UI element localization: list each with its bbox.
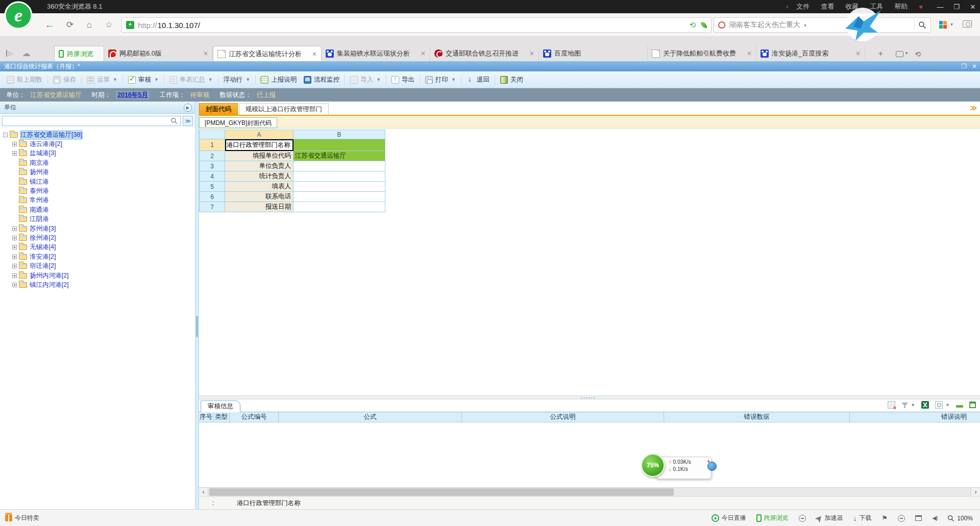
return-button[interactable]: 退回 [463,73,493,86]
tree-item[interactable]: +连云港港[2] [0,139,195,148]
tree-item[interactable]: 江阴港 [0,215,195,224]
sidebar-search-input[interactable] [2,116,181,126]
horizontal-scrollbar[interactable]: ‹ › [199,487,980,496]
tree-expander-icon[interactable]: + [12,227,17,231]
floating-row-button[interactable]: 浮动行▼ [220,73,254,86]
search-icon[interactable] [918,21,926,29]
tree-expander-icon[interactable]: + [12,142,17,146]
panel-splitter[interactable] [195,102,199,509]
sheet-tab[interactable]: [PMDM_GKYB]封面代码 [199,117,277,128]
page-zoom-button[interactable]: 100% [947,515,973,522]
report-site-button[interactable]: ⚑ [882,514,888,522]
download-button[interactable]: ↓下载 [853,514,872,522]
process-monitor-button[interactable]: 流程监控 [300,73,343,86]
mute-button[interactable]: ◀) [932,515,937,521]
hot-search-text[interactable]: 湖南客车起火伤亡重大 [729,20,800,30]
preview-icon[interactable] [935,401,943,409]
tree-item[interactable]: +盐城港[3] [0,149,195,158]
col-type[interactable]: 类型 [213,412,230,422]
tab-close-icon[interactable]: ✕ [418,50,426,57]
tree-expander-icon[interactable]: + [12,283,17,287]
tab-baidu-map[interactable]: 百度地图 [539,46,648,61]
splitter-handle[interactable] [196,316,198,337]
star-icon[interactable]: ☆ [102,18,115,32]
report-restore-icon[interactable]: ❐ [961,61,967,71]
menu-file[interactable]: 文件 [796,2,810,11]
scroll-left-icon[interactable]: ‹ [199,488,208,496]
reopen-closed-tab-icon[interactable]: ⟲ [915,50,921,58]
filter-icon[interactable] [901,403,908,408]
scroll-right-icon[interactable]: › [971,488,980,496]
row-header[interactable]: 1 [200,139,225,151]
tree-item[interactable]: +宿迁港[2] [0,261,195,270]
row-header[interactable]: 3 [200,161,225,171]
cell-label[interactable]: 填表人 [225,182,293,192]
cell-b7[interactable] [293,202,385,212]
favorite-heart-icon[interactable]: ♥ [919,3,923,11]
cell-b6[interactable] [293,192,385,202]
horizontal-splitter[interactable]: •••••• [199,395,980,399]
col-error-data[interactable]: 错误数据 [664,412,850,422]
cell-b3[interactable] [293,161,385,171]
report-close-icon[interactable]: ✕ [972,61,977,71]
tree-item[interactable]: +镇江内河港[2] [0,280,195,289]
game-mode-button[interactable] [799,515,806,522]
menu-expand-icon[interactable]: › [786,3,788,10]
calculate-button[interactable]: 运算▼ [83,73,121,86]
cross-screen-button[interactable]: 跨屏浏览 [756,514,789,522]
site-safety-shield-icon[interactable] [126,21,134,29]
apps-grid-icon[interactable] [939,21,947,29]
maximize-button[interactable]: ❐ [952,3,961,11]
tab-list-icon[interactable] [896,51,903,57]
panel-minimize-icon[interactable] [956,405,963,408]
tree-expander-icon[interactable]: + [12,255,17,259]
form-tab-port-admin[interactable]: 规模以上港口行政管理部门 [239,103,329,115]
tree-item[interactable]: -江苏省交通运输厅[38] [0,130,195,139]
preview-caret-icon[interactable]: ▼ [945,403,950,408]
tree-expander-icon[interactable]: - [3,133,8,137]
tab-cross-screen[interactable]: 跨屏浏览 [54,46,104,61]
sidebar-collapse-icon[interactable]: ▶ [184,104,192,112]
tab-container-rail-water[interactable]: 集装箱铁水联运现状分析 ✕ [322,46,430,61]
refresh-cycle-icon[interactable]: ⟲ [689,20,696,30]
speed-bird-icon[interactable] [840,6,885,44]
tree-item[interactable]: 南京港 [0,158,195,167]
tree-item[interactable]: 镇江港 [0,177,195,186]
close-report-button[interactable]: 关闭 [497,73,527,86]
tree-item[interactable]: +徐州港[2] [0,233,195,242]
import-button[interactable]: 导入▼ [347,73,384,86]
sidebar-search-icon[interactable] [170,117,178,124]
menu-help[interactable]: 帮助 [894,2,908,11]
period-link[interactable]: 2016年5月 [116,91,150,99]
excel-export-icon[interactable] [921,401,929,409]
col-seq[interactable]: 序号 [199,412,213,422]
tree-expander-icon[interactable]: + [12,264,17,268]
tree-item[interactable]: 泰州港 [0,186,195,195]
wind-mode-button[interactable] [898,515,905,522]
column-header-a[interactable]: A [225,130,293,139]
tree-item[interactable]: 扬州港 [0,168,195,177]
cell-b4[interactable] [293,171,385,182]
fetch-previous-button[interactable]: 取上期数 [3,73,46,86]
cell-label[interactable]: 报送日期 [225,202,293,212]
cell-label[interactable]: 单位负责人 [225,161,293,171]
filter-caret-icon[interactable]: ▼ [911,403,915,408]
cell-label[interactable]: 联系电话 [225,192,293,202]
tab-close-icon[interactable]: ✕ [526,50,534,57]
apps-caret-icon[interactable]: ▾ [950,21,953,27]
leaf-mode-icon[interactable] [701,22,707,28]
tree-item[interactable]: +苏州港[3] [0,224,195,233]
tree-expander-icon[interactable]: + [12,273,17,278]
col-error-desc[interactable]: 错误说明 [850,412,980,422]
cell-b1[interactable] [293,139,385,151]
close-button[interactable]: ✕ [969,3,977,11]
menu-view[interactable]: 查看 [821,2,834,11]
column-header-b[interactable]: B [293,130,385,139]
daily-deals-button[interactable]: 今日特卖 [5,510,39,526]
col-formula-no[interactable]: 公式编号 [230,412,279,422]
row-header[interactable]: 5 [200,182,225,192]
audit-info-tab[interactable]: 审核信息 [201,400,240,412]
tree-item[interactable]: 常州港 [0,196,195,205]
print-button[interactable]: 打印▼ [422,73,459,86]
browser-logo-icon[interactable]: e [4,1,33,30]
